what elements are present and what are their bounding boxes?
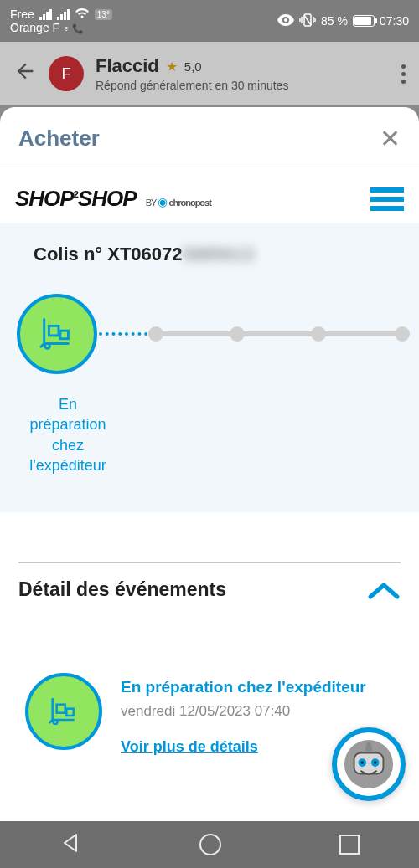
star-icon: ★ — [166, 59, 178, 74]
android-navbar — [0, 821, 419, 868]
nav-home-icon[interactable] — [199, 834, 221, 855]
svg-line-1 — [304, 15, 311, 25]
more-menu-icon[interactable] — [401, 64, 406, 84]
nav-back-icon[interactable] — [59, 832, 81, 857]
step-dot — [230, 326, 245, 342]
seller-name[interactable]: Flaccid — [96, 55, 159, 77]
step-current-icon — [17, 294, 97, 374]
hamburger-menu-icon[interactable] — [370, 187, 404, 211]
sheet-title: Acheter — [18, 126, 100, 152]
svg-rect-4 — [57, 705, 65, 713]
trolley-icon — [38, 315, 76, 353]
eye-icon — [277, 14, 294, 28]
svg-point-11 — [374, 761, 377, 764]
signal-icon-2 — [57, 8, 70, 20]
chatbot-fab[interactable] — [332, 727, 406, 801]
svg-point-10 — [360, 761, 364, 764]
event-icon — [25, 673, 102, 750]
battery-percent: 85 % — [321, 14, 348, 28]
signal-icon-1 — [39, 8, 52, 20]
step-dot — [311, 326, 326, 342]
step-dot — [148, 326, 163, 342]
battery-icon — [353, 15, 375, 27]
clock: 07:30 — [380, 14, 409, 28]
shop2shop-logo: SHOP2SHOP BY ◉ chronopost — [15, 186, 211, 212]
step-dot — [395, 326, 410, 342]
close-icon[interactable]: ✕ — [380, 124, 401, 153]
svg-rect-3 — [60, 331, 69, 339]
chevron-up-icon — [367, 580, 401, 600]
vibrate-icon — [299, 13, 316, 29]
carrier-name-1: Free — [10, 8, 34, 21]
trolley-icon — [47, 695, 80, 728]
nav-recent-icon[interactable] — [339, 835, 360, 855]
parcel-number: Colis n° XT060725885613 — [0, 244, 419, 282]
cube-icon: ◉ — [158, 195, 167, 208]
wifi-call-icon: ᯤ📞 — [63, 23, 84, 33]
wifi-icon — [75, 8, 90, 23]
event-more-link[interactable]: Voir plus de détails — [121, 738, 258, 756]
svg-point-13 — [366, 742, 371, 747]
details-toggle[interactable]: Détail des événements — [18, 578, 401, 601]
robot-icon — [343, 738, 395, 790]
response-time: Répond généralement en 30 minutes — [96, 79, 390, 92]
back-arrow-icon[interactable] — [13, 59, 37, 89]
carrier-name-2: Orange F — [10, 22, 59, 34]
progress-stepper — [0, 282, 419, 389]
event-title: En préparation chez l'expéditeur — [121, 678, 401, 696]
svg-rect-5 — [66, 709, 73, 716]
step-current-label: En préparation chez l'expéditeur — [5, 394, 131, 475]
event-date: vendredi 12/05/2023 07:40 — [121, 703, 401, 720]
details-heading: Détail des événements — [18, 578, 226, 601]
status-bar: Free 13° Orange F ᯤ📞 85 % 07:30 — [0, 0, 419, 42]
svg-rect-2 — [49, 326, 58, 336]
temp-badge: 13° — [95, 9, 112, 20]
seller-avatar[interactable]: F — [49, 56, 84, 91]
chat-header: F Flaccid ★ 5,0 Répond généralement en 3… — [0, 42, 419, 105]
seller-rating: 5,0 — [184, 59, 202, 74]
